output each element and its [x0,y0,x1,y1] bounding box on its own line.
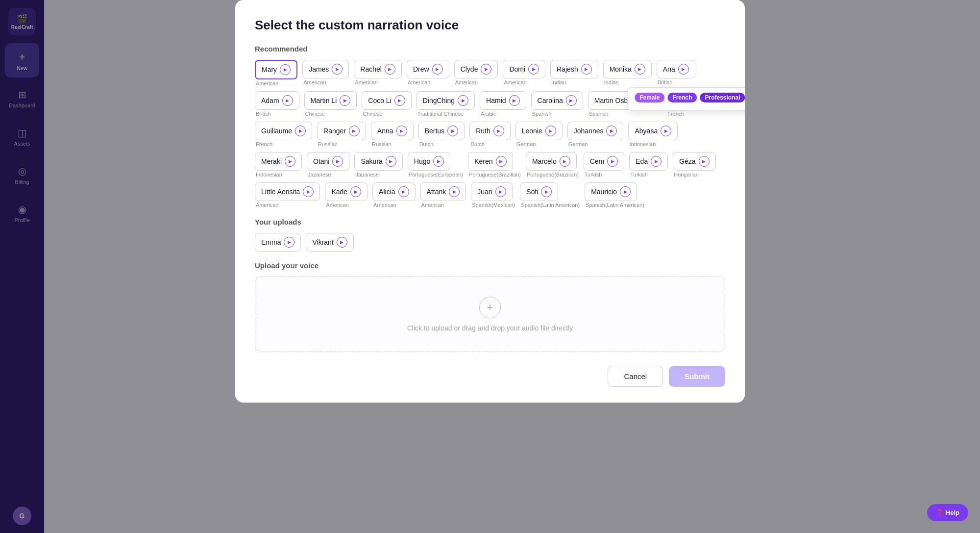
voice-chip-guillaume[interactable]: Guillaume▶French [255,122,312,147]
voice-chip-otani[interactable]: Otani▶Japanese [307,152,349,178]
submit-button[interactable]: Submit [669,366,725,387]
play-icon[interactable]: ▶ [349,126,360,136]
voice-chip-rachel[interactable]: Rachel▶American [354,60,402,86]
voice-name: Mary [262,66,277,74]
play-icon[interactable]: ▶ [433,156,444,167]
play-icon[interactable]: ▶ [545,126,556,136]
play-icon[interactable]: ▶ [699,156,710,167]
play-icon[interactable]: ▶ [285,156,295,167]
voice-name: Bertus [425,127,444,135]
play-icon[interactable]: ▶ [635,64,645,75]
voice-name: Otani [313,157,329,165]
play-icon[interactable]: ▶ [606,126,617,136]
play-icon[interactable]: ▶ [386,156,396,167]
voice-chip-eda[interactable]: Eda▶Turkish [629,152,668,178]
play-icon[interactable]: ▶ [493,126,504,136]
voice-chip-monika[interactable]: Monika▶Indian [603,60,652,86]
play-icon[interactable]: ▶ [340,95,350,106]
voice-chip-juan[interactable]: Juan▶Spanish(Mexican) [471,182,515,208]
play-icon[interactable]: ▶ [350,186,361,197]
play-icon[interactable]: ▶ [620,186,631,197]
voice-lang: Portuguese(Brazilian) [468,172,521,178]
voice-chip-darine[interactable]: Darine▶FrenchFemaleFrenchProfessional [666,91,713,117]
voice-chip-mary[interactable]: Mary▶American [255,60,297,86]
play-icon[interactable]: ▶ [396,126,407,136]
play-icon[interactable]: ▶ [560,156,570,167]
voice-chip-james[interactable]: James▶American [302,60,349,86]
voice-chip-little-aerisita[interactable]: Little Aerisita▶American [255,182,320,208]
play-icon[interactable]: ▶ [458,95,468,106]
voice-chip-hugo[interactable]: Hugo▶Portuguese(European) [408,152,463,178]
cancel-button[interactable]: Cancel [608,366,663,387]
voice-chip-leonie[interactable]: Leonie▶German [515,122,563,147]
voice-chip-clyde[interactable]: Clyde▶American [454,60,498,86]
play-icon[interactable]: ▶ [607,156,618,167]
voice-chip-dingching[interactable]: DingChing▶Traditional Chinese [416,91,475,117]
voice-lang: Spanish [588,111,609,117]
voice-chip-keren[interactable]: Keren▶Portuguese(Brazilian) [468,152,521,178]
voice-chip-cem[interactable]: Cem▶Turkish [584,152,625,178]
voice-chip-meraki[interactable]: Meraki▶Indonesian [255,152,302,178]
voice-chip-bertus[interactable]: Bertus▶Dutch [418,122,465,147]
modal-overlay[interactable]: Select the custom narration voice Recomm… [0,0,980,533]
voice-chip-coco-li[interactable]: Coco Li▶Chinese [362,91,411,117]
voice-name: Guillaume [261,127,292,135]
play-icon[interactable]: ▶ [295,126,306,136]
voice-chip-ranger[interactable]: Ranger▶Russian [317,122,366,147]
uploaded-voice-chip-emma[interactable]: Emma▶ [255,233,301,252]
voice-chip-rajesh[interactable]: Rajesh▶Indian [550,60,598,86]
play-icon[interactable]: ▶ [566,95,577,106]
voice-chip-mauricio[interactable]: Mauricio▶Spanish(Latin American) [585,182,644,208]
voice-chip-martin-li[interactable]: Martin Li▶Chinese [304,91,357,117]
uploaded-voice-chip-vikrant[interactable]: Vikrant▶ [306,233,353,252]
voice-chip-adam[interactable]: Adam▶British [255,91,299,117]
voice-chip-ruth[interactable]: Ruth▶Dutch [469,122,511,147]
play-icon[interactable]: ▶ [332,156,343,167]
voice-chip-sofi[interactable]: Sofi▶Spanish(Latin American) [520,182,580,208]
voice-chip-carolina[interactable]: Carolina▶Spanish [531,91,583,117]
play-icon[interactable]: ▶ [581,64,592,75]
voice-lang: Hungarian [673,172,699,178]
upload-dropzone[interactable]: + Click to upload or drag and drop your … [255,277,725,352]
voice-chip-attank[interactable]: Attank▶American [420,182,466,208]
voice-name: Monika [610,65,632,73]
play-icon[interactable]: ▶ [495,186,506,197]
voice-chip-alicia[interactable]: Alicia▶American [372,182,415,208]
play-icon[interactable]: ▶ [651,156,662,167]
play-icon[interactable]: ▶ [432,64,443,75]
play-icon[interactable]: ▶ [337,237,347,248]
help-button[interactable]: ❓ Help [927,504,968,521]
voice-name: Vikrant [312,238,333,246]
voice-chip-domi[interactable]: Domi▶American [503,60,545,86]
play-icon[interactable]: ▶ [449,186,460,197]
play-icon[interactable]: ▶ [496,156,507,167]
play-icon[interactable]: ▶ [280,64,291,75]
play-icon[interactable]: ▶ [541,186,552,197]
play-icon[interactable]: ▶ [282,95,293,106]
voice-chip-anna[interactable]: Anna▶Russian [371,122,414,147]
voice-chip-kade[interactable]: Kade▶American [325,182,368,208]
voice-chip-marcelo[interactable]: Marcelo▶Portuguese(Brazilian) [526,152,579,178]
play-icon[interactable]: ▶ [284,237,294,248]
play-icon[interactable]: ▶ [303,186,314,197]
play-icon[interactable]: ▶ [678,64,689,75]
voice-name: Drew [413,65,429,73]
play-icon[interactable]: ▶ [481,64,491,75]
play-icon[interactable]: ▶ [332,64,343,75]
play-icon[interactable]: ▶ [661,126,671,136]
play-icon[interactable]: ▶ [385,64,395,75]
voice-chip-drew[interactable]: Drew▶American [407,60,449,86]
voice-chip-abyasa[interactable]: Abyasa▶Indonesian [628,122,678,147]
voice-chip-hamid[interactable]: Hamid▶Arabic [480,91,526,117]
voice-chip-johannes[interactable]: Johannes▶German [567,122,624,147]
voice-chip-ana[interactable]: Ana▶British [657,60,695,86]
voice-chip-géza[interactable]: Géza▶Hungarian [673,152,715,178]
play-icon[interactable]: ▶ [509,95,520,106]
play-icon[interactable]: ▶ [398,186,409,197]
voice-lang: Turkish [629,172,648,178]
play-icon[interactable]: ▶ [447,126,458,136]
play-icon[interactable]: ▶ [528,64,539,75]
voice-chip-sakura[interactable]: Sakura▶Japanese [354,152,402,178]
upload-section-label: Upload your voice [255,261,725,270]
play-icon[interactable]: ▶ [394,95,405,106]
